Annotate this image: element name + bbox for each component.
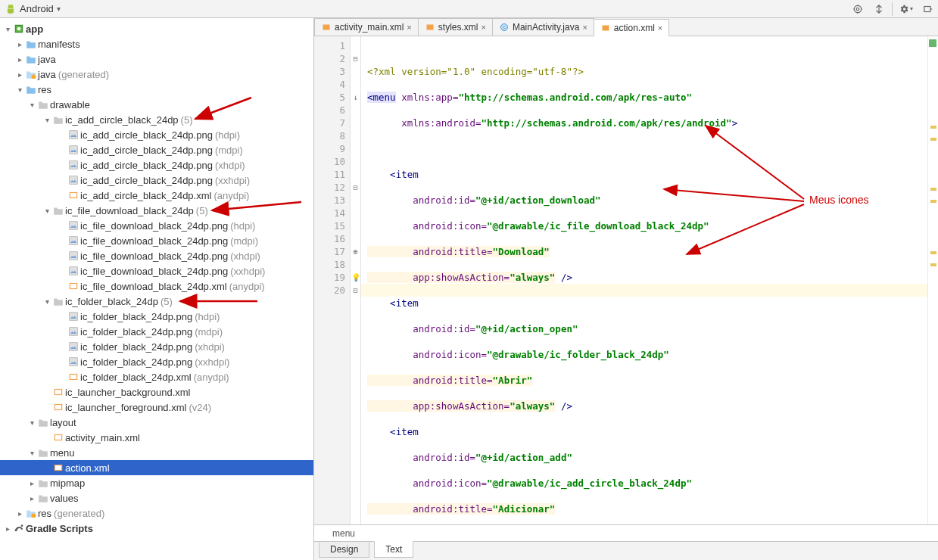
tree-node-values[interactable]: ▸ values (0, 490, 313, 506)
tree-label: ic_file_download_black_24dp.png (80, 250, 228, 262)
tree-file-group-ic-download: ic_file_download_black_24dp.png (hdpi)ic… (0, 218, 313, 294)
tree-node-res-generated[interactable]: ▸ res (generated) (0, 506, 313, 521)
hide-panel-icon[interactable] (918, 1, 938, 17)
png-file-icon (67, 356, 80, 367)
xml-file-icon (51, 462, 65, 473)
tree-node-ic-folder[interactable]: ▾ ic_folder_black_24dp (5) (0, 294, 313, 309)
caret-down-icon: ▾ (3, 25, 12, 33)
folder-gray-icon (36, 493, 50, 502)
tab-action[interactable]: action.xml × (594, 19, 669, 36)
folder-generated-icon (24, 509, 38, 518)
tree-node-action-xml[interactable]: action.xml (0, 460, 313, 475)
tab-main-activity[interactable]: C MainActivity.java × (493, 18, 594, 36)
tree-node-res[interactable]: ▾ res (0, 82, 313, 97)
svg-point-0 (854, 5, 861, 12)
tree-node-launcher-fg[interactable]: ic_launcher_foreground.xml (v24) (0, 400, 313, 415)
tree-label: drawable (50, 99, 90, 110)
svg-rect-33 (426, 25, 433, 30)
close-icon[interactable]: × (481, 23, 485, 32)
tree-node-ic-download[interactable]: ▾ ic_file_download_black_24dp (5) (0, 203, 313, 218)
tree-node-activity-main[interactable]: activity_main.xml (0, 430, 313, 445)
tree-tag: (xxhdpi) (195, 356, 229, 368)
tab-styles[interactable]: styles.xml × (419, 18, 493, 36)
tree-node-app[interactable]: ▾ app (0, 21, 313, 36)
tree-tag: (mdpi) (215, 145, 243, 156)
code-text: android:title= (367, 375, 493, 386)
code-text: <?xml version="1.0" encoding="utf-8"?> (367, 66, 584, 77)
tree-file[interactable]: ic_add_circle_black_24dp.png (hdpi) (0, 127, 313, 142)
tree-label: ic_folder_black_24dp.png (80, 311, 192, 322)
project-view-selector[interactable]: Android ▾ (5, 3, 61, 15)
target-icon[interactable] (849, 1, 866, 17)
expand-tree-icon[interactable] (871, 1, 887, 17)
tree-file[interactable]: ic_add_circle_black_24dp.png (xxhdpi) (0, 173, 313, 188)
tree-label: ic_file_download_black_24dp.xml (80, 281, 227, 292)
tree-file[interactable]: ic_folder_black_24dp.xml (anydpi) (0, 369, 313, 384)
tree-file[interactable]: ic_folder_black_24dp.png (xxhdpi) (0, 354, 313, 369)
png-file-icon (67, 266, 80, 276)
tree-tag: (v24) (189, 402, 211, 413)
tree-tag: (anydpi) (213, 190, 249, 201)
caret-down-icon: ▾ (27, 101, 36, 109)
tree-tag: (hdpi) (215, 129, 240, 141)
code-text: > (732, 117, 738, 129)
code-area[interactable]: 1234567891011121314151617181920 ⊟↓⊟⊕💡⊟ <… (314, 36, 938, 524)
tree-node-manifests[interactable]: ▸ manifests (0, 36, 313, 51)
project-tree[interactable]: ▾ app ▸ manifests ▸ java ▸ java (generat… (0, 18, 314, 560)
code-text: /> (555, 400, 572, 412)
png-file-icon (67, 160, 80, 170)
code-text: android:icon= (367, 349, 487, 360)
tree-node-menu[interactable]: ▾ menu (0, 445, 313, 460)
svg-rect-32 (323, 25, 330, 30)
gear-icon[interactable]: ▾ (897, 1, 914, 17)
tab-activity-main[interactable]: activity_main.xml × (314, 18, 419, 36)
code-text: android:title= (367, 246, 493, 257)
caret-right-icon: ▸ (3, 524, 12, 533)
svg-rect-24 (55, 390, 61, 394)
tree-file[interactable]: ic_file_download_black_24dp.png (xxhdpi) (0, 263, 313, 278)
svg-rect-2 (924, 6, 930, 11)
tree-label: values (50, 493, 79, 504)
tree-node-drawable[interactable]: ▾ drawable (0, 97, 313, 112)
tree-file[interactable]: ic_add_circle_black_24dp.png (xhdpi) (0, 157, 313, 173)
tree-label: ic_file_download_black_24dp.png (80, 266, 228, 277)
svg-rect-8 (70, 176, 78, 185)
tree-file[interactable]: ic_add_circle_black_24dp.png (mdpi) (0, 142, 313, 157)
close-icon[interactable]: × (407, 23, 411, 32)
tree-file[interactable]: ic_file_download_black_24dp.png (hdpi) (0, 218, 313, 233)
close-icon[interactable]: × (582, 23, 587, 32)
tree-file[interactable]: ic_file_download_black_24dp.xml (anydpi) (0, 278, 313, 294)
tree-node-launcher-bg[interactable]: ic_launcher_background.xml (0, 384, 313, 400)
tree-node-java[interactable]: ▸ java (0, 51, 313, 67)
tree-label: activity_main.xml (65, 432, 140, 443)
tree-file[interactable]: ic_file_download_black_24dp.png (xhdpi) (0, 248, 313, 263)
code-content[interactable]: <?xml version="1.0" encoding="utf-8"?> <… (361, 36, 927, 524)
tree-file[interactable]: ic_file_download_black_24dp.png (mdpi) (0, 233, 313, 248)
tree-node-mipmap[interactable]: ▸ mipmap (0, 475, 313, 490)
tree-file[interactable]: ic_folder_black_24dp.png (mdpi) (0, 324, 313, 339)
xml-file-icon (51, 402, 65, 412)
xml-file-icon (67, 281, 80, 291)
tab-text[interactable]: Text (374, 541, 413, 558)
code-text: "always" (510, 272, 555, 283)
tree-file[interactable]: ic_folder_black_24dp.png (hdpi) (0, 309, 313, 324)
tree-node-java-generated[interactable]: ▸ java (generated) (0, 67, 313, 82)
svg-rect-7 (70, 161, 78, 170)
breadcrumb[interactable]: menu (314, 524, 938, 541)
tab-label: styles.xml (438, 22, 478, 33)
tree-node-gradle-scripts[interactable]: ▸ Gradle Scripts (0, 521, 313, 536)
png-file-icon (67, 326, 80, 337)
folder-icon (24, 39, 38, 48)
code-text: "@drawable/ic_file_download_black_24dp" (487, 220, 709, 232)
tree-file[interactable]: ic_add_circle_black_24dp.xml (anydpi) (0, 188, 313, 203)
close-icon[interactable]: × (658, 23, 662, 33)
tab-design[interactable]: Design (319, 542, 369, 558)
line-number: 10 (314, 155, 345, 168)
png-file-icon (67, 220, 80, 231)
tree-node-ic-add[interactable]: ▾ ic_add_circle_black_24dp (5) (0, 112, 313, 127)
svg-rect-18 (70, 328, 78, 336)
tree-file[interactable]: ic_folder_black_24dp.png (xhdpi) (0, 339, 313, 354)
tree-node-layout[interactable]: ▾ layout (0, 415, 313, 430)
line-number: 8 (314, 129, 345, 142)
chevron-down-icon: ▾ (57, 5, 61, 13)
